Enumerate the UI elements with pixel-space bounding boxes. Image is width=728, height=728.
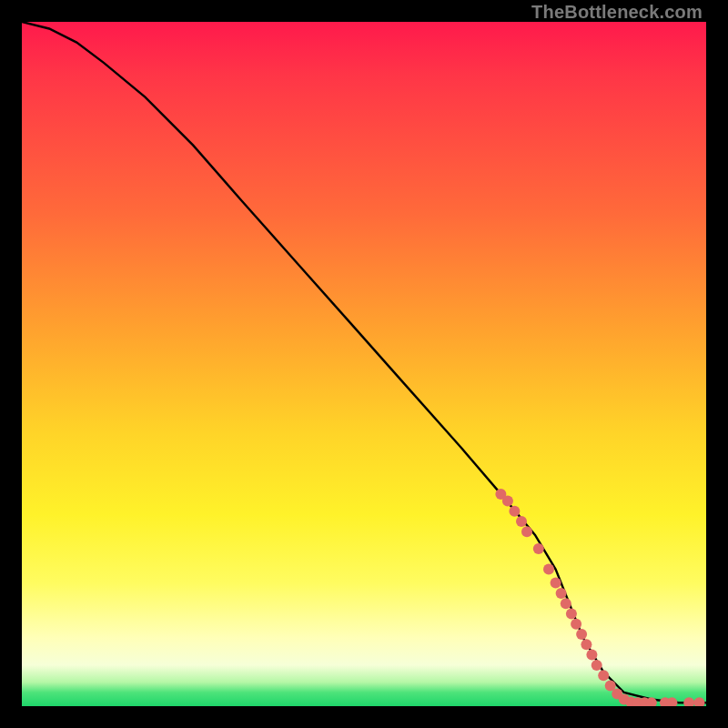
highlight-dot [576, 629, 587, 640]
highlight-dot [551, 578, 561, 589]
highlight-dot [502, 495, 513, 506]
chart-overlay-svg [22, 22, 706, 706]
highlight-dots-group [495, 489, 704, 706]
highlight-dot [592, 660, 602, 671]
watermark-text: TheBottleneck.com [531, 2, 703, 23]
highlight-dot [556, 588, 567, 599]
highlight-dot [586, 650, 597, 661]
highlight-dot [566, 609, 577, 620]
highlight-dot [581, 639, 592, 650]
highlight-dot [509, 506, 520, 517]
highlight-dot [543, 564, 554, 575]
highlight-dot [571, 619, 581, 630]
highlight-dot [683, 697, 694, 706]
highlight-dot [516, 516, 527, 527]
highlight-dot [694, 697, 705, 706]
highlight-dot [521, 526, 532, 537]
highlight-dot [598, 670, 609, 681]
highlight-dot [533, 543, 544, 554]
plot-area [22, 22, 706, 706]
highlight-dot [561, 598, 571, 609]
bottleneck-curve [22, 22, 706, 703]
chart-frame [22, 22, 706, 706]
